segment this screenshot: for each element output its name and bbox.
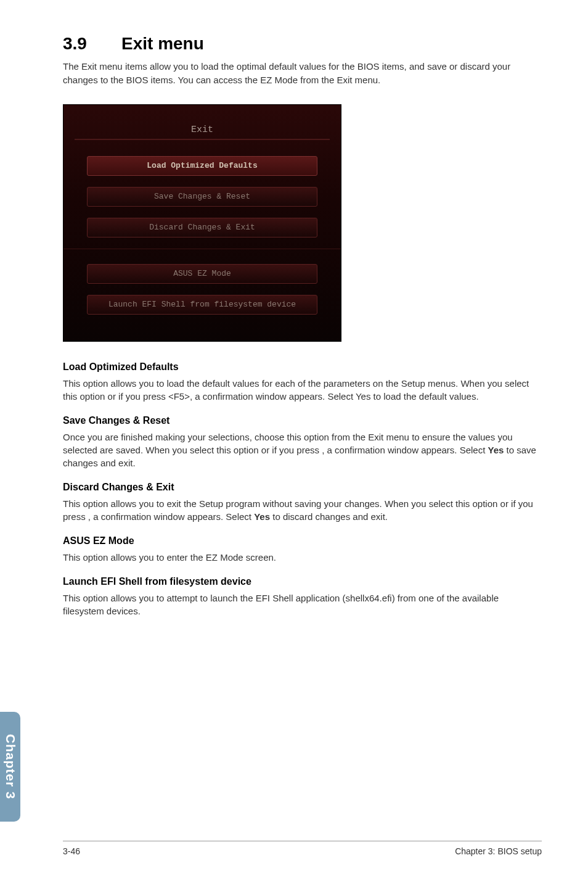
subsection-heading: Save Changes & Reset: [63, 415, 542, 426]
section-title: Exit menu: [121, 34, 204, 53]
bios-button-label: Load Optimized Defaults: [147, 161, 257, 170]
subsection-body: This option allows you to load the defau…: [63, 377, 542, 403]
chapter-tab: Chapter 3: [0, 712, 20, 822]
bios-discard-exit-button[interactable]: Discard Changes & Exit: [87, 218, 317, 237]
bios-button-label: Save Changes & Reset: [154, 192, 250, 201]
intro-paragraph: The Exit menu items allow you to load th…: [63, 60, 542, 87]
section-heading: 3.9Exit menu: [63, 34, 542, 54]
bios-title: Exit: [191, 125, 213, 135]
bios-title-bar: Exit: [75, 105, 330, 140]
subsection-body: This option allows you to exit the Setup…: [63, 497, 542, 523]
bios-button-label: Discard Changes & Exit: [149, 223, 255, 232]
subsection-heading: Discard Changes & Exit: [63, 482, 542, 493]
subsection-body: This option allows you to attempt to lau…: [63, 592, 542, 617]
footer-chapter-label: Chapter 3: BIOS setup: [455, 846, 542, 856]
section-number: 3.9: [63, 34, 121, 54]
bios-load-defaults-button[interactable]: Load Optimized Defaults: [87, 156, 317, 176]
subsection-body: This option allows you to enter the EZ M…: [63, 551, 542, 564]
subsection-heading: Load Optimized Defaults: [63, 361, 542, 373]
bios-divider: [63, 249, 341, 249]
bios-save-reset-button[interactable]: Save Changes & Reset: [87, 187, 317, 207]
bios-exit-screenshot: Exit Load Optimized Defaults Save Change…: [63, 104, 341, 342]
bios-efi-shell-button[interactable]: Launch EFI Shell from filesystem device: [87, 295, 317, 315]
bios-button-label: Launch EFI Shell from filesystem device: [108, 300, 296, 309]
page-footer: 3-46 Chapter 3: BIOS setup: [63, 841, 542, 856]
bios-button-label: ASUS EZ Mode: [173, 269, 231, 278]
page-number: 3-46: [63, 846, 80, 856]
chapter-tab-label: Chapter 3: [3, 734, 18, 799]
subsection-body: Once you are finished making your select…: [63, 431, 542, 469]
subsection-heading: ASUS EZ Mode: [63, 535, 542, 547]
subsection-heading: Launch EFI Shell from filesystem device: [63, 576, 542, 587]
bios-ez-mode-button[interactable]: ASUS EZ Mode: [87, 264, 317, 284]
